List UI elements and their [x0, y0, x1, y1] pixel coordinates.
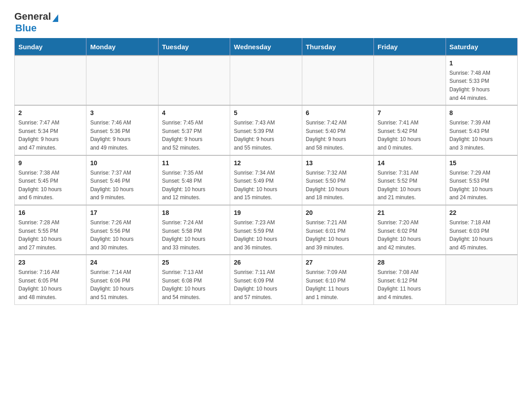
- day-number: 6: [306, 108, 370, 118]
- calendar-cell: 18Sunrise: 7:24 AM Sunset: 5:58 PM Dayli…: [158, 205, 230, 255]
- calendar-cell: 9Sunrise: 7:38 AM Sunset: 5:45 PM Daylig…: [15, 155, 86, 205]
- day-number: 13: [306, 158, 370, 168]
- day-info: Sunrise: 7:21 AM Sunset: 6:01 PM Dayligh…: [306, 218, 370, 252]
- day-info: Sunrise: 7:24 AM Sunset: 5:58 PM Dayligh…: [162, 218, 226, 252]
- day-number: 27: [306, 258, 370, 267]
- calendar-week-row: 2Sunrise: 7:47 AM Sunset: 5:34 PM Daylig…: [15, 105, 518, 155]
- calendar-cell: 14Sunrise: 7:31 AM Sunset: 5:52 PM Dayli…: [374, 155, 446, 205]
- day-number: 18: [162, 208, 226, 218]
- day-number: 1: [450, 59, 514, 68]
- calendar-cell: 1Sunrise: 7:48 AM Sunset: 5:33 PM Daylig…: [446, 56, 517, 105]
- day-number: 25: [162, 258, 226, 267]
- calendar-cell: 25Sunrise: 7:13 AM Sunset: 6:08 PM Dayli…: [158, 255, 230, 304]
- day-number: 21: [378, 208, 442, 218]
- day-info: Sunrise: 7:11 AM Sunset: 6:09 PM Dayligh…: [234, 268, 298, 301]
- day-info: Sunrise: 7:31 AM Sunset: 5:52 PM Dayligh…: [378, 169, 442, 202]
- calendar-cell: 10Sunrise: 7:37 AM Sunset: 5:46 PM Dayli…: [86, 155, 158, 205]
- day-number: 4: [162, 108, 226, 118]
- day-info: Sunrise: 7:09 AM Sunset: 6:10 PM Dayligh…: [306, 268, 370, 301]
- day-info: Sunrise: 7:28 AM Sunset: 5:55 PM Dayligh…: [18, 218, 82, 252]
- day-info: Sunrise: 7:13 AM Sunset: 6:08 PM Dayligh…: [162, 268, 226, 301]
- day-number: 2: [18, 108, 82, 118]
- calendar-cell: 17Sunrise: 7:26 AM Sunset: 5:56 PM Dayli…: [86, 205, 158, 255]
- day-info: Sunrise: 7:41 AM Sunset: 5:42 PM Dayligh…: [378, 119, 442, 152]
- day-number: 8: [450, 108, 514, 118]
- calendar-cell: 11Sunrise: 7:35 AM Sunset: 5:48 PM Dayli…: [158, 155, 230, 205]
- day-number: 10: [90, 158, 154, 168]
- day-info: Sunrise: 7:29 AM Sunset: 5:53 PM Dayligh…: [450, 169, 514, 202]
- day-info: Sunrise: 7:26 AM Sunset: 5:56 PM Dayligh…: [90, 218, 154, 252]
- calendar-week-row: 16Sunrise: 7:28 AM Sunset: 5:55 PM Dayli…: [15, 205, 518, 255]
- day-info: Sunrise: 7:20 AM Sunset: 6:02 PM Dayligh…: [378, 218, 442, 252]
- page-header: General Blue: [14, 11, 518, 34]
- day-info: Sunrise: 7:32 AM Sunset: 5:50 PM Dayligh…: [306, 169, 370, 202]
- calendar-cell: [158, 56, 230, 105]
- day-number: 26: [234, 258, 298, 267]
- day-number: 11: [162, 158, 226, 168]
- calendar-cell: 5Sunrise: 7:43 AM Sunset: 5:39 PM Daylig…: [230, 105, 302, 155]
- day-info: Sunrise: 7:47 AM Sunset: 5:34 PM Dayligh…: [18, 119, 82, 152]
- day-info: Sunrise: 7:46 AM Sunset: 5:36 PM Dayligh…: [90, 119, 154, 152]
- logo-blue: Blue: [15, 22, 37, 34]
- calendar-cell: 4Sunrise: 7:45 AM Sunset: 5:37 PM Daylig…: [158, 105, 230, 155]
- day-info: Sunrise: 7:37 AM Sunset: 5:46 PM Dayligh…: [90, 169, 154, 202]
- calendar-cell: 21Sunrise: 7:20 AM Sunset: 6:02 PM Dayli…: [374, 205, 446, 255]
- day-info: Sunrise: 7:23 AM Sunset: 5:59 PM Dayligh…: [234, 218, 298, 252]
- logo-triangle-icon: [52, 14, 58, 22]
- day-info: Sunrise: 7:43 AM Sunset: 5:39 PM Dayligh…: [234, 119, 298, 152]
- calendar-cell: 20Sunrise: 7:21 AM Sunset: 6:01 PM Dayli…: [302, 205, 373, 255]
- day-info: Sunrise: 7:34 AM Sunset: 5:49 PM Dayligh…: [234, 169, 298, 202]
- day-number: 28: [378, 258, 442, 267]
- calendar-cell: 26Sunrise: 7:11 AM Sunset: 6:09 PM Dayli…: [230, 255, 302, 304]
- day-info: Sunrise: 7:39 AM Sunset: 5:43 PM Dayligh…: [450, 119, 514, 152]
- calendar-cell: [374, 56, 446, 105]
- day-number: 17: [90, 208, 154, 218]
- calendar-cell: [15, 56, 86, 105]
- weekday-header-sunday: Sunday: [15, 38, 86, 56]
- calendar-cell: 3Sunrise: 7:46 AM Sunset: 5:36 PM Daylig…: [86, 105, 158, 155]
- day-info: Sunrise: 7:42 AM Sunset: 5:40 PM Dayligh…: [306, 119, 370, 152]
- calendar-cell: [230, 56, 302, 105]
- calendar-cell: 27Sunrise: 7:09 AM Sunset: 6:10 PM Dayli…: [302, 255, 373, 304]
- calendar-cell: [446, 255, 517, 304]
- calendar-cell: 24Sunrise: 7:14 AM Sunset: 6:06 PM Dayli…: [86, 255, 158, 304]
- calendar-cell: [302, 56, 373, 105]
- day-info: Sunrise: 7:45 AM Sunset: 5:37 PM Dayligh…: [162, 119, 226, 152]
- day-number: 22: [450, 208, 514, 218]
- day-info: Sunrise: 7:14 AM Sunset: 6:06 PM Dayligh…: [90, 268, 154, 301]
- day-number: 14: [378, 158, 442, 168]
- calendar-week-row: 9Sunrise: 7:38 AM Sunset: 5:45 PM Daylig…: [15, 155, 518, 205]
- day-info: Sunrise: 7:16 AM Sunset: 6:05 PM Dayligh…: [18, 268, 82, 301]
- day-info: Sunrise: 7:48 AM Sunset: 5:33 PM Dayligh…: [450, 69, 514, 102]
- calendar-cell: 16Sunrise: 7:28 AM Sunset: 5:55 PM Dayli…: [15, 205, 86, 255]
- day-number: 20: [306, 208, 370, 218]
- calendar-cell: 7Sunrise: 7:41 AM Sunset: 5:42 PM Daylig…: [374, 105, 446, 155]
- day-info: Sunrise: 7:38 AM Sunset: 5:45 PM Dayligh…: [18, 169, 82, 202]
- day-info: Sunrise: 7:35 AM Sunset: 5:48 PM Dayligh…: [162, 169, 226, 202]
- calendar-table: SundayMondayTuesdayWednesdayThursdayFrid…: [14, 38, 518, 305]
- day-number: 23: [18, 258, 82, 267]
- calendar-cell: 8Sunrise: 7:39 AM Sunset: 5:43 PM Daylig…: [446, 105, 517, 155]
- day-number: 16: [18, 208, 82, 218]
- day-number: 19: [234, 208, 298, 218]
- calendar-cell: [86, 56, 158, 105]
- calendar-cell: 23Sunrise: 7:16 AM Sunset: 6:05 PM Dayli…: [15, 255, 86, 304]
- day-number: 5: [234, 108, 298, 118]
- weekday-header-friday: Friday: [374, 38, 446, 56]
- day-number: 7: [378, 108, 442, 118]
- calendar-week-row: 1Sunrise: 7:48 AM Sunset: 5:33 PM Daylig…: [15, 56, 518, 105]
- calendar-cell: 15Sunrise: 7:29 AM Sunset: 5:53 PM Dayli…: [446, 155, 517, 205]
- logo: General Blue: [14, 11, 58, 34]
- weekday-header-tuesday: Tuesday: [158, 38, 230, 56]
- day-number: 12: [234, 158, 298, 168]
- day-info: Sunrise: 7:18 AM Sunset: 6:03 PM Dayligh…: [450, 218, 514, 252]
- calendar-cell: 13Sunrise: 7:32 AM Sunset: 5:50 PM Dayli…: [302, 155, 373, 205]
- calendar-cell: 2Sunrise: 7:47 AM Sunset: 5:34 PM Daylig…: [15, 105, 86, 155]
- calendar-cell: 22Sunrise: 7:18 AM Sunset: 6:03 PM Dayli…: [446, 205, 517, 255]
- weekday-header-wednesday: Wednesday: [230, 38, 302, 56]
- weekday-header-saturday: Saturday: [446, 38, 517, 56]
- day-number: 3: [90, 108, 154, 118]
- day-number: 24: [90, 258, 154, 267]
- weekday-header-row: SundayMondayTuesdayWednesdayThursdayFrid…: [15, 38, 518, 56]
- day-number: 15: [450, 158, 514, 168]
